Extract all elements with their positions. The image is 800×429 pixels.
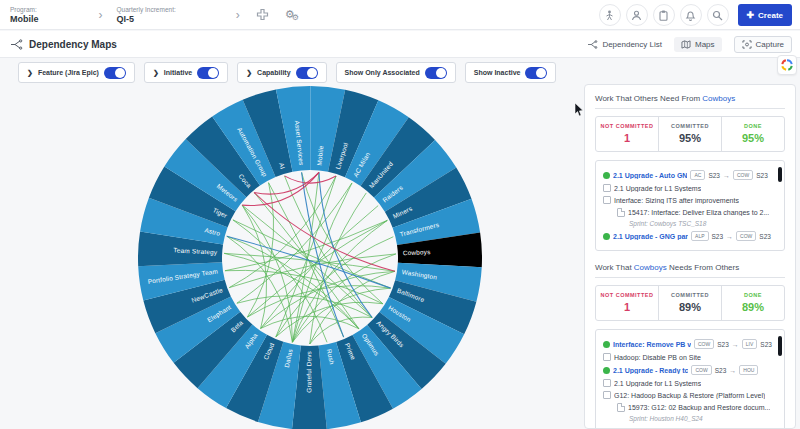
filter-pill-1[interactable]: ❯Initiative: [144, 62, 228, 83]
help-widget-button[interactable]: [777, 55, 797, 75]
expand-chevron-icon[interactable]: ❯: [27, 69, 33, 77]
stat-value: 95%: [724, 132, 782, 144]
feature-link[interactable]: 2.1 Upgrade - Ready tc: [613, 367, 688, 374]
sprint-label: Sprint: Houston H40_S24: [629, 415, 774, 422]
program-label: Program:: [10, 6, 39, 13]
filter-pill-4[interactable]: Show Inactive: [465, 62, 557, 83]
section-title: Work That Others Need From Cowboys: [595, 94, 785, 109]
checkbox[interactable]: [603, 184, 611, 192]
chevron-right-icon[interactable]: ›: [99, 8, 103, 22]
panel-section-0: Work That Others Need From CowboysNOT CO…: [595, 94, 785, 251]
team-link[interactable]: Cowboys: [634, 263, 667, 272]
tab-capture[interactable]: Capture: [734, 36, 792, 53]
filter-pill-2[interactable]: ❯Capability: [237, 62, 326, 83]
stat-cell: COMMITTED95%: [658, 117, 721, 151]
stat-cell: DONE95%: [721, 117, 784, 151]
target-team-badge: COW: [736, 231, 756, 241]
dependency-item-list: 2.1 Upgrade - Auto GNACS23→COWS232.1 Upg…: [595, 160, 785, 251]
feature-link[interactable]: 2.1 Upgrade - Auto GN: [613, 172, 687, 179]
scrollbar-thumb[interactable]: [778, 336, 782, 356]
tab-maps[interactable]: Maps: [674, 37, 722, 52]
team-link[interactable]: Cowboys: [702, 94, 735, 103]
sprint-label: Sprint: Cowboys TSC_S18: [629, 220, 774, 227]
status-dot-icon: [603, 341, 610, 348]
task-row: G12: Hadoop Backup & Restore (Platform L…: [603, 391, 774, 399]
stat-label: NOT COMMITTED: [598, 292, 656, 298]
toggle-knob: [536, 68, 546, 78]
stat-label: COMMITTED: [661, 292, 719, 298]
tab-label: Maps: [695, 40, 715, 49]
status-dot-icon: [603, 233, 610, 240]
maps-icon: [681, 40, 691, 49]
dependency-item-list: Interface: Remove PB vCOWS23→LIVS23Hadoo…: [595, 329, 785, 429]
program-value: Mobile: [10, 14, 39, 24]
checkbox[interactable]: [603, 379, 611, 387]
source-sprint: S23: [708, 172, 720, 179]
feature-link[interactable]: 2.1 Upgrade - GNG par: [613, 233, 688, 240]
toggle-switch[interactable]: [104, 67, 126, 79]
stat-value: 89%: [724, 301, 782, 313]
document-icon[interactable]: [617, 403, 625, 412]
panel-section-1: Work That Cowboys Needs From OthersNOT C…: [595, 263, 785, 429]
subtask-text: 15417: Interface: Deliver Eliza changes …: [628, 209, 769, 216]
dependency-chord[interactable]: [237, 183, 352, 303]
search-icon[interactable]: [707, 4, 729, 26]
dependency-chord[interactable]: [227, 236, 359, 329]
source-sprint: S23: [712, 233, 724, 240]
toggle-switch[interactable]: [425, 67, 447, 79]
task-row: Interface: Sizing ITS after improvements: [603, 196, 774, 204]
stat-label: DONE: [724, 123, 782, 129]
filter-pill-0[interactable]: ❯Feature (Jira Epic): [18, 62, 135, 83]
toggle-knob: [307, 68, 317, 78]
user-icon[interactable]: [626, 4, 648, 26]
filter-label: Initiative: [164, 69, 192, 76]
subtask-row: 15973: G12: 02 Backup and Restore docum.…: [617, 403, 774, 412]
create-button[interactable]: ✚ Create: [738, 4, 792, 26]
stat-label: DONE: [724, 292, 782, 298]
source-team-badge: AC: [690, 170, 705, 180]
chevron-right-icon[interactable]: ›: [236, 8, 240, 22]
feature-link[interactable]: Interface: Remove PB v: [613, 341, 691, 348]
filter-pill-3[interactable]: Show Only Associated: [336, 62, 456, 83]
program-selector[interactable]: Program: Mobile: [10, 6, 39, 24]
wheel-label-grateful-devs: Grateful Devs: [305, 351, 312, 393]
stat-cell: NOT COMMITTED1: [596, 286, 658, 320]
task-row: 2.1 Upgrade for L1 Systems: [603, 379, 774, 387]
quarterly-increment-selector[interactable]: Quarterly Increment: QI-5: [117, 6, 176, 24]
toggle-knob: [115, 68, 125, 78]
stat-value: 89%: [661, 301, 719, 313]
expand-chevron-icon[interactable]: ❯: [153, 69, 159, 77]
stat-cell: NOT COMMITTED1: [596, 117, 658, 151]
task-text: G12: Hadoop Backup & Restore (Platform L…: [614, 392, 765, 399]
target-team-badge: COW: [733, 170, 753, 180]
settings-gears-icon[interactable]: ⚙⚙: [285, 7, 299, 22]
toggle-switch[interactable]: [525, 67, 547, 79]
document-icon[interactable]: [617, 208, 625, 217]
checkbox[interactable]: [603, 391, 611, 399]
target-team-badge: LIV: [742, 339, 758, 349]
add-icon[interactable]: [256, 8, 269, 21]
stat-cell: DONE89%: [721, 286, 784, 320]
checkbox[interactable]: [603, 196, 611, 204]
notifications-bell-icon[interactable]: [680, 4, 702, 26]
scrollbar-thumb[interactable]: [778, 167, 782, 182]
source-team-badge: COW: [691, 365, 711, 375]
target-sprint: S23: [760, 341, 772, 348]
toggle-switch[interactable]: [197, 67, 219, 79]
task-text: Interface: Sizing ITS after improvements: [614, 197, 739, 204]
activity-icon[interactable]: [599, 4, 621, 26]
qi-value: QI-5: [117, 14, 176, 24]
subtask-row: 15417: Interface: Deliver Eliza changes …: [617, 208, 774, 217]
expand-chevron-icon[interactable]: ❯: [246, 69, 252, 77]
stat-value: 1: [598, 132, 656, 144]
clipboard-icon[interactable]: [653, 4, 675, 26]
page-header: Dependency Maps Dependency List Maps Cap…: [0, 31, 800, 58]
filter-label: Feature (Jira Epic): [38, 69, 99, 76]
checkbox[interactable]: [603, 353, 611, 361]
dependency-wheel: MobileLiverpoolAC MilanManUnitedRaidersM…: [136, 84, 484, 429]
tab-dependency-list[interactable]: Dependency List: [587, 40, 662, 49]
section-title: Work That Cowboys Needs From Others: [595, 263, 785, 278]
toggle-switch[interactable]: [296, 67, 318, 79]
target-team-badge: HOU: [739, 365, 758, 375]
filter-label: Capability: [257, 69, 290, 76]
